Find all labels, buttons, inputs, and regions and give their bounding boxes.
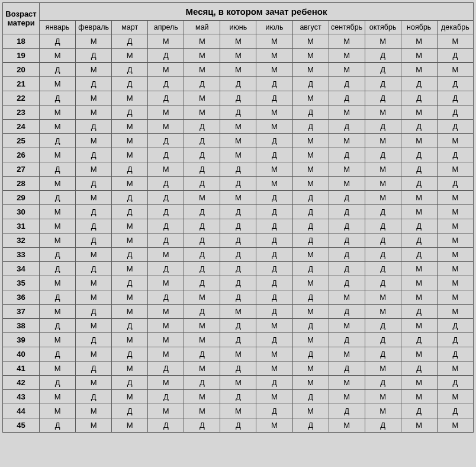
value-cell: М bbox=[329, 390, 365, 404]
table-row: 34ДДМДДДДДДДММ bbox=[3, 262, 474, 276]
value-cell: М bbox=[184, 191, 220, 205]
value-cell: Д bbox=[112, 191, 148, 205]
value-cell: Д bbox=[76, 305, 112, 319]
value-cell: М bbox=[437, 262, 473, 276]
month-header: март bbox=[112, 21, 148, 34]
value-cell: М bbox=[148, 333, 184, 347]
value-cell: Д bbox=[256, 276, 292, 290]
value-cell: Д bbox=[437, 333, 473, 347]
value-cell: М bbox=[401, 319, 437, 333]
value-cell: М bbox=[184, 91, 220, 105]
value-cell: М bbox=[184, 362, 220, 376]
value-cell: М bbox=[112, 418, 148, 433]
value-cell: М bbox=[220, 34, 256, 49]
table-row: 26МДМДДМДМДДДД bbox=[3, 148, 474, 162]
value-cell: М bbox=[365, 134, 401, 148]
table-row: 35ММДМДДДМДДММ bbox=[3, 276, 474, 290]
age-cell: 40 bbox=[3, 347, 40, 362]
table-row: 44ММДМММДМДМДД bbox=[3, 404, 474, 418]
value-cell: М bbox=[40, 276, 76, 290]
age-cell: 32 bbox=[3, 234, 40, 248]
value-cell: Д bbox=[256, 205, 292, 219]
value-cell: Д bbox=[365, 418, 401, 433]
value-cell: М bbox=[40, 333, 76, 347]
value-cell: Д bbox=[76, 120, 112, 134]
value-cell: Д bbox=[148, 418, 184, 433]
value-cell: Д bbox=[256, 148, 292, 162]
value-cell: Д bbox=[184, 77, 220, 91]
row-axis-label: Возраст матери bbox=[3, 3, 40, 34]
value-cell: Д bbox=[148, 362, 184, 376]
value-cell: Д bbox=[292, 390, 329, 404]
month-header: февраль bbox=[76, 21, 112, 34]
value-cell: М bbox=[184, 290, 220, 305]
table-row: 23ММДММДМДМММД bbox=[3, 105, 474, 120]
month-header: декабрь bbox=[437, 21, 473, 34]
value-cell: Д bbox=[329, 248, 365, 262]
table-row: 29ДМДДММДДДМММ bbox=[3, 191, 474, 205]
age-cell: 23 bbox=[3, 105, 40, 120]
age-cell: 43 bbox=[3, 390, 40, 404]
value-cell: М bbox=[184, 63, 220, 77]
value-cell: М bbox=[437, 134, 473, 148]
value-cell: Д bbox=[220, 390, 256, 404]
value-cell: Д bbox=[256, 191, 292, 205]
value-cell: Д bbox=[365, 219, 401, 234]
value-cell: М bbox=[148, 305, 184, 319]
value-cell: Д bbox=[329, 120, 365, 134]
value-cell: М bbox=[365, 390, 401, 404]
value-cell: М bbox=[401, 105, 437, 120]
age-cell: 28 bbox=[3, 177, 40, 191]
value-cell: М bbox=[292, 34, 329, 49]
value-cell: Д bbox=[112, 77, 148, 91]
value-cell: Д bbox=[365, 63, 401, 77]
value-cell: М bbox=[292, 376, 329, 390]
value-cell: Д bbox=[220, 290, 256, 305]
value-cell: М bbox=[437, 362, 473, 376]
age-cell: 45 bbox=[3, 418, 40, 433]
value-cell: Д bbox=[112, 205, 148, 219]
value-cell: М bbox=[437, 418, 473, 433]
value-cell: Д bbox=[148, 205, 184, 219]
value-cell: Д bbox=[256, 376, 292, 390]
value-cell: Д bbox=[184, 177, 220, 191]
value-cell: М bbox=[184, 404, 220, 418]
value-cell: Д bbox=[329, 148, 365, 162]
value-cell: М bbox=[220, 347, 256, 362]
value-cell: Д bbox=[220, 234, 256, 248]
value-cell: Д bbox=[292, 120, 329, 134]
table-body: 18ДМДМММММММММ19МДМДМММММДМД20ДМДММММММД… bbox=[3, 34, 474, 433]
table-row: 36ДММДМДДДММММ bbox=[3, 290, 474, 305]
value-cell: Д bbox=[112, 319, 148, 333]
value-cell: М bbox=[148, 376, 184, 390]
table-row: 33ДМДМДДДМДДДМ bbox=[3, 248, 474, 262]
value-cell: Д bbox=[220, 319, 256, 333]
month-header: ноябрь bbox=[401, 21, 437, 34]
value-cell: Д bbox=[148, 234, 184, 248]
value-cell: М bbox=[76, 191, 112, 205]
age-cell: 19 bbox=[3, 49, 40, 63]
value-cell: Д bbox=[148, 134, 184, 148]
value-cell: Д bbox=[76, 49, 112, 63]
value-cell: М bbox=[76, 347, 112, 362]
value-cell: М bbox=[401, 390, 437, 404]
value-cell: М bbox=[401, 34, 437, 49]
value-cell: М bbox=[76, 134, 112, 148]
value-cell: Д bbox=[401, 234, 437, 248]
value-cell: Д bbox=[40, 347, 76, 362]
value-cell: М bbox=[40, 234, 76, 248]
value-cell: М bbox=[148, 63, 184, 77]
value-cell: Д bbox=[184, 305, 220, 319]
value-cell: М bbox=[40, 77, 76, 91]
value-cell: Д bbox=[329, 91, 365, 105]
value-cell: М bbox=[329, 63, 365, 77]
value-cell: М bbox=[292, 404, 329, 418]
value-cell: Д bbox=[220, 205, 256, 219]
value-cell: М bbox=[329, 134, 365, 148]
value-cell: М bbox=[365, 34, 401, 49]
value-cell: М bbox=[76, 290, 112, 305]
age-cell: 42 bbox=[3, 376, 40, 390]
value-cell: М bbox=[184, 333, 220, 347]
value-cell: М bbox=[76, 63, 112, 77]
month-header: август bbox=[292, 21, 329, 34]
